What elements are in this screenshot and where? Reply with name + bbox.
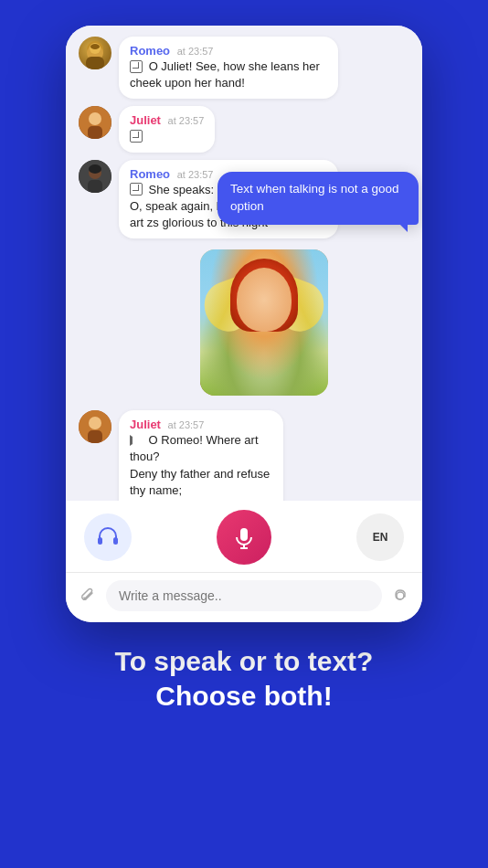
svg-rect-4 — [86, 57, 104, 69]
bubble-juliet1: Juliet at 23:57 — [119, 106, 215, 152]
phone-wrapper: Romeo at 23:57 O Juliet! See, how she le… — [66, 26, 422, 622]
svg-rect-20 — [113, 537, 118, 545]
svg-rect-11 — [88, 180, 102, 193]
sender-romeo1: Romeo at 23:57 — [130, 44, 327, 58]
figure-face — [237, 268, 292, 332]
message-input[interactable] — [106, 580, 382, 611]
avatar-juliet1 — [79, 106, 111, 139]
at-icon — [391, 587, 409, 605]
sender-juliet1: Juliet at 23:57 — [130, 113, 204, 127]
text-romeo1: O Juliet! See, how she leans her cheek u… — [130, 58, 327, 91]
svg-rect-19 — [98, 537, 102, 545]
svg-point-6 — [89, 112, 101, 125]
sender-juliet2: Juliet at 23:57 — [130, 418, 272, 431]
text-juliet2: O Romeo! Where art thou? Deny thy father… — [130, 432, 272, 501]
svg-point-3 — [90, 44, 100, 49]
tooltip1: Text when talking is not a good option — [217, 172, 419, 225]
message-row-juliet1: Juliet at 23:57 Text when talking is not… — [79, 106, 409, 152]
svg-rect-21 — [240, 528, 248, 541]
chat-image-angel — [200, 249, 328, 396]
chat-area: Romeo at 23:57 O Juliet! See, how she le… — [66, 26, 422, 501]
translate-icon1 — [130, 60, 143, 73]
text-juliet1 — [130, 128, 204, 144]
bubble-juliet2: Juliet at 23:57 O Romeo! Where art thou?… — [119, 410, 283, 501]
bottom-section: To speak or to text? Choose both! — [88, 644, 401, 713]
attachment-icon — [79, 587, 97, 605]
svg-rect-7 — [88, 126, 102, 139]
message-row-juliet2: Juliet at 23:57 O Romeo! Where art thou?… — [79, 410, 409, 501]
message-row-romeo1: Romeo at 23:57 O Juliet! See, how she le… — [79, 37, 409, 99]
headline: To speak or to text? Choose both! — [115, 644, 374, 713]
phone-screen: Romeo at 23:57 O Juliet! See, how she le… — [66, 26, 422, 622]
headphone-button[interactable] — [84, 513, 132, 561]
svg-point-13 — [89, 417, 101, 429]
avatar-romeo1 — [79, 37, 111, 69]
bubble-romeo1: Romeo at 23:57 O Juliet! See, how she le… — [119, 37, 338, 99]
language-button[interactable]: EN — [356, 513, 404, 561]
input-row — [66, 572, 422, 622]
translate-icon3 — [130, 183, 143, 196]
avatar-romeo2 — [79, 160, 111, 193]
translate-icon2 — [130, 130, 143, 143]
avatar-juliet2 — [79, 410, 111, 443]
speaker-icon — [130, 435, 143, 446]
mic-button[interactable] — [217, 510, 271, 565]
bottom-controls: EN — [66, 501, 422, 572]
svg-point-10 — [89, 164, 101, 174]
svg-rect-14 — [88, 430, 102, 443]
